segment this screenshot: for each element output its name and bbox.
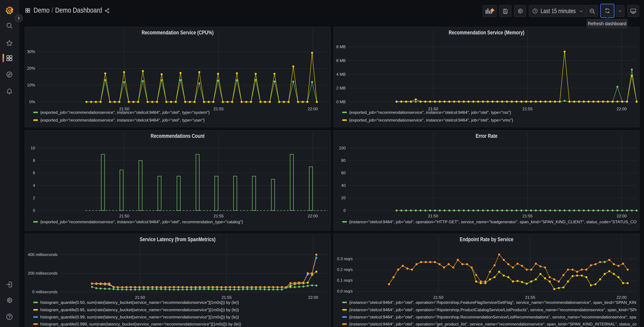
svg-text:21:50: 21:50 [428,214,438,218]
svg-text:21:55: 21:55 [522,214,532,218]
svg-text:80: 80 [341,158,346,163]
svg-text:4: 4 [33,183,35,188]
svg-text:21:55: 21:55 [214,214,224,218]
svg-text:4 MB: 4 MB [336,72,346,76]
svg-text:40: 40 [341,183,346,188]
svg-text:22:00: 22:00 [617,214,627,218]
svg-text:0%: 0% [29,100,35,104]
svg-text:100: 100 [339,146,346,150]
svg-text:200 milliseconds: 200 milliseconds [28,271,58,276]
svg-text:6 MB: 6 MB [336,58,346,63]
svg-text:20: 20 [341,196,346,200]
svg-text:8: 8 [33,158,35,163]
svg-text:30%: 30% [27,49,35,54]
svg-text:22:00: 22:00 [308,214,318,218]
svg-text:2: 2 [33,196,35,200]
svg-text:10: 10 [30,146,35,150]
svg-text:0.3 req/s: 0.3 req/s [337,256,353,261]
svg-text:10%: 10% [27,83,35,87]
svg-text:0 milliseconds: 0 milliseconds [32,290,58,294]
svg-text:8 MB: 8 MB [336,44,346,49]
svg-text:21:50: 21:50 [119,214,129,218]
svg-text:400 milliseconds: 400 milliseconds [28,252,58,257]
svg-text:0: 0 [344,208,346,213]
svg-text:0.0 req/s: 0.0 req/s [337,289,353,294]
svg-text:2 MB: 2 MB [336,86,346,90]
svg-text:0.1 req/s: 0.1 req/s [337,278,353,282]
svg-text:20%: 20% [27,66,35,70]
svg-text:0.2 req/s: 0.2 req/s [337,267,353,272]
svg-text:0: 0 [33,208,35,213]
svg-text:6: 6 [33,170,35,175]
svg-text:60: 60 [341,170,346,175]
svg-text:0 MB: 0 MB [336,100,346,104]
